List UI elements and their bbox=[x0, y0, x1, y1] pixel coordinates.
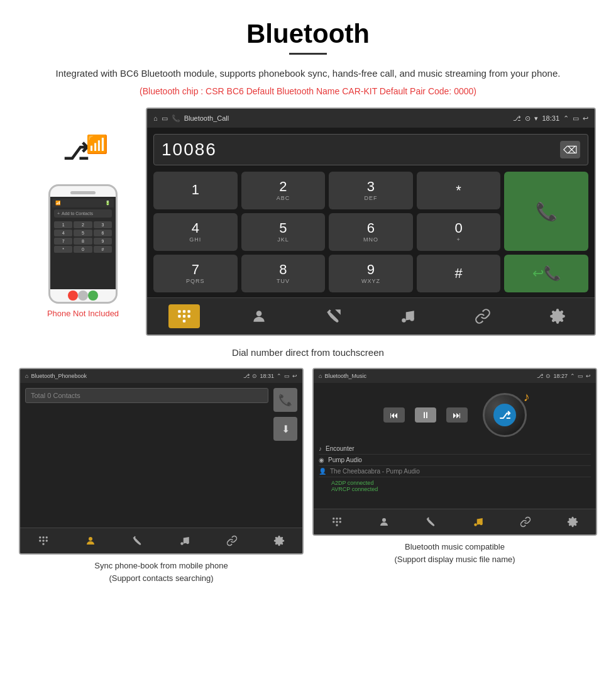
phone-add-contact-row: + Add to Contacts bbox=[54, 209, 112, 218]
phone-home-button[interactable] bbox=[78, 290, 88, 301]
contacts-icon[interactable] bbox=[243, 304, 275, 328]
mini-call-history-icon[interactable] bbox=[129, 532, 146, 550]
svg-rect-14 bbox=[46, 536, 48, 538]
svg-rect-3 bbox=[179, 315, 181, 318]
home-icon[interactable]: ⌂ bbox=[153, 114, 158, 122]
mini-music-home-icon[interactable]: ⌂ bbox=[319, 373, 322, 379]
music-block: ⌂ Bluetooth_Music ⎇ ⊙ 18:27 ⌃ ▭ ↩ ⏮ ⏸ ⏭ bbox=[312, 368, 597, 589]
link-icon[interactable] bbox=[467, 304, 498, 328]
key-4[interactable]: 4 GHI bbox=[153, 213, 238, 251]
page-title: Bluetooth bbox=[0, 0, 616, 53]
phone-speaker bbox=[70, 191, 96, 194]
music-content: ⏮ ⏸ ⏭ ⎇ ♪ ♪ Encounter bbox=[314, 383, 596, 509]
notification-icon: ▭ bbox=[162, 114, 168, 123]
wifi-icon: ▾ bbox=[534, 114, 538, 123]
prev-button[interactable]: ⏮ bbox=[383, 407, 405, 423]
phone-screen: 📶 🔋 + Add to Contacts 1 2 3 4 5 6 7 8 9 bbox=[50, 197, 116, 289]
dial-input-row: 10086 ⌫ bbox=[153, 134, 588, 165]
key-0[interactable]: 0 + bbox=[417, 213, 501, 251]
music-settings-icon[interactable] bbox=[564, 513, 581, 531]
music-back[interactable]: ↩ bbox=[586, 373, 591, 379]
dialpad-icon[interactable] bbox=[168, 304, 200, 328]
mini-back[interactable]: ↩ bbox=[292, 373, 297, 379]
music-caption: Bluetooth music compatible (Support disp… bbox=[312, 536, 597, 570]
android-status-bar: ⌂ ▭ 📞 Bluetooth_Call ⎇ ⊙ ▾ 18:31 ⌃ ▭ ↩ bbox=[147, 109, 595, 128]
expand-icon[interactable]: ⌃ bbox=[563, 114, 569, 123]
key-7[interactable]: 7 PQRS bbox=[153, 255, 238, 292]
next-button[interactable]: ⏭ bbox=[446, 407, 468, 423]
download-contacts-button[interactable]: ⬇ bbox=[273, 417, 297, 441]
music-note-icon[interactable] bbox=[470, 513, 487, 531]
mini-contacts-icon[interactable] bbox=[82, 532, 99, 550]
key-hash[interactable]: # bbox=[417, 255, 501, 292]
svg-rect-4 bbox=[183, 315, 185, 318]
settings-icon[interactable] bbox=[542, 304, 573, 328]
bluetooth-waves-icon: 📶 bbox=[86, 136, 108, 153]
specs-text: (Bluetooth chip : CSR BC6 Default Blueto… bbox=[0, 86, 616, 96]
music-status-bar: ⌂ Bluetooth_Music ⎇ ⊙ 18:27 ⌃ ▭ ↩ bbox=[314, 369, 596, 383]
backspace-button[interactable]: ⌫ bbox=[560, 141, 580, 158]
music-window[interactable]: ▭ bbox=[578, 373, 583, 379]
svg-rect-12 bbox=[40, 536, 41, 538]
key-5[interactable]: 5 JKL bbox=[241, 213, 326, 251]
status-icons-left: ⌂ ▭ 📞 Bluetooth_Call bbox=[153, 114, 509, 123]
key-star[interactable]: * bbox=[417, 172, 501, 209]
svg-rect-6 bbox=[183, 319, 185, 322]
back-icon[interactable]: ↩ bbox=[583, 114, 588, 123]
mini-expand[interactable]: ⌃ bbox=[277, 373, 282, 379]
disc-outer: ⎇ ♪ bbox=[483, 393, 527, 437]
signal-icon: ⊙ bbox=[525, 114, 531, 123]
phone-key: * bbox=[54, 246, 72, 253]
phonebook-search-box[interactable]: Total 0 Contacts bbox=[25, 388, 268, 403]
description-text: Integrated with BC6 Bluetooth module, su… bbox=[0, 66, 616, 81]
svg-point-21 bbox=[186, 541, 189, 545]
key-9[interactable]: 9 WXYZ bbox=[329, 255, 413, 292]
mini-settings-icon[interactable] bbox=[270, 532, 288, 550]
play-pause-button[interactable]: ⏸ bbox=[415, 407, 436, 423]
call-history-icon[interactable] bbox=[318, 304, 349, 328]
svg-rect-25 bbox=[339, 517, 341, 519]
phone-key: 9 bbox=[94, 238, 112, 245]
key-2[interactable]: 2 ABC bbox=[241, 172, 326, 209]
svg-rect-0 bbox=[179, 310, 181, 313]
key-1[interactable]: 1 bbox=[153, 172, 238, 209]
track-disc-icon: ◉ bbox=[319, 456, 324, 463]
bluetooth-disc-icon: ⎇ bbox=[493, 404, 516, 426]
mini-dialpad-icon[interactable] bbox=[35, 532, 52, 550]
music-dot-icon: ⊙ bbox=[546, 373, 551, 379]
mini-music-icon[interactable] bbox=[176, 532, 194, 550]
key-8[interactable]: 8 TUV bbox=[241, 255, 326, 292]
phonebook-content: Total 0 Contacts 📞 ⬇ bbox=[20, 383, 302, 528]
phone-end-button[interactable] bbox=[68, 290, 78, 301]
call-button[interactable]: 📞 bbox=[504, 172, 588, 251]
phonebook-caption: Sync phone-book from mobile phone (Suppo… bbox=[19, 555, 304, 589]
mini-link-icon[interactable] bbox=[223, 532, 241, 550]
music-screen: ⌂ Bluetooth_Music ⎇ ⊙ 18:27 ⌃ ▭ ↩ ⏮ ⏸ ⏭ bbox=[312, 368, 597, 536]
call-contact-button[interactable]: 📞 bbox=[273, 388, 297, 412]
svg-point-20 bbox=[180, 542, 184, 545]
window-icon[interactable]: ▭ bbox=[573, 114, 579, 123]
music-link-icon[interactable] bbox=[517, 513, 534, 531]
svg-rect-1 bbox=[183, 310, 185, 313]
phone-call-button[interactable] bbox=[88, 290, 98, 301]
music-call-icon[interactable] bbox=[422, 513, 440, 531]
redial-button[interactable]: ↩📞 bbox=[504, 255, 588, 292]
phonebook-status-bar: ⌂ Bluetooth_Phonebook ⎇ ⊙ 18:31 ⌃ ▭ ↩ bbox=[20, 369, 302, 383]
key-3[interactable]: 3 DEF bbox=[329, 172, 413, 209]
phone-key: # bbox=[94, 246, 112, 253]
music-contacts-icon[interactable] bbox=[375, 513, 393, 531]
svg-rect-16 bbox=[43, 540, 45, 542]
svg-rect-2 bbox=[188, 310, 190, 313]
svg-rect-15 bbox=[40, 540, 41, 542]
phone-key: 0 bbox=[74, 246, 92, 253]
key-6[interactable]: 6 MNO bbox=[329, 213, 413, 251]
phone-not-included-label: Phone Not Included bbox=[47, 309, 119, 318]
mini-home-icon[interactable]: ⌂ bbox=[25, 373, 28, 379]
mini-window[interactable]: ▭ bbox=[284, 373, 290, 379]
music-expand[interactable]: ⌃ bbox=[570, 373, 575, 379]
svg-rect-27 bbox=[336, 521, 338, 523]
music-dialpad-icon[interactable] bbox=[328, 513, 346, 531]
music-icon[interactable] bbox=[392, 304, 424, 328]
music-bottom-bar bbox=[314, 509, 596, 534]
bluetooth-symbol-icon: ⎇ bbox=[63, 139, 89, 165]
